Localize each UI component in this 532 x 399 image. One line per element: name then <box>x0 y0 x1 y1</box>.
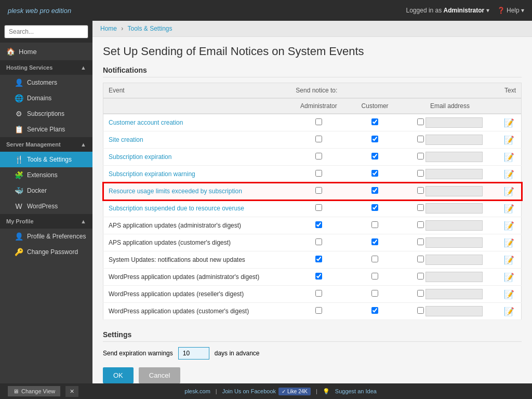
admin-checkbox[interactable] <box>315 221 322 228</box>
customer-checkbox[interactable] <box>371 238 378 245</box>
suggest-idea-link[interactable]: Suggest an Idea <box>335 388 377 394</box>
edit-text-icon[interactable]: 📝 <box>504 221 514 231</box>
plesk-com-link[interactable]: plesk.com <box>184 388 210 394</box>
sidebar: 🏠 Home Hosting Services ▲ 👤 Customers 🌐 … <box>0 21 92 383</box>
email-input[interactable] <box>425 255 483 265</box>
event-link[interactable]: Customer account creation <box>109 119 183 126</box>
edit-text-icon[interactable]: 📝 <box>504 187 514 196</box>
email-checkbox[interactable] <box>417 290 424 297</box>
edit-text-icon[interactable]: 📝 <box>504 169 514 179</box>
email-input[interactable] <box>425 203 483 214</box>
admin-checkbox[interactable] <box>315 290 322 297</box>
customer-checkbox[interactable] <box>371 153 378 159</box>
email-checkbox[interactable] <box>417 118 424 125</box>
email-input[interactable] <box>425 306 483 316</box>
customer-checkbox[interactable] <box>371 273 378 280</box>
sidebar-item-home[interactable]: 🏠 Home <box>0 43 92 60</box>
sidebar-item-domains[interactable]: 🌐 Domains <box>0 90 92 106</box>
email-checkbox[interactable] <box>417 273 424 280</box>
customer-checkbox[interactable] <box>371 204 378 211</box>
customer-checkbox[interactable] <box>371 290 378 297</box>
email-checkbox[interactable] <box>417 136 424 142</box>
join-facebook-link[interactable]: Join Us on Facebook <box>222 388 276 394</box>
email-input[interactable] <box>425 289 483 299</box>
email-input[interactable] <box>425 152 483 162</box>
sidebar-item-service-plans[interactable]: 📋 Service Plans <box>0 122 92 137</box>
email-checkbox[interactable] <box>417 307 424 314</box>
email-input[interactable] <box>425 169 483 179</box>
admin-checkbox[interactable] <box>315 153 322 159</box>
text-icon-cell: 📝 <box>497 114 521 131</box>
email-checkbox[interactable] <box>417 187 424 194</box>
sidebar-item-profile-preferences[interactable]: 👤 Profile & Preferences <box>0 229 92 244</box>
checkmark-icon: ✓ <box>282 389 286 394</box>
edit-text-icon[interactable]: 📝 <box>504 135 514 145</box>
admin-checkbox[interactable] <box>315 273 322 280</box>
email-checkbox[interactable] <box>417 256 424 262</box>
header-right: Logged in as Administrator ▾ ❓ Help ▾ <box>406 7 524 14</box>
edit-text-icon[interactable]: 📝 <box>504 238 514 248</box>
admin-checkbox[interactable] <box>315 187 322 194</box>
breadcrumb-tools[interactable]: Tools & Settings <box>127 25 172 32</box>
extensions-label: Extensions <box>27 171 58 179</box>
edit-text-icon[interactable]: 📝 <box>504 272 514 282</box>
email-input[interactable] <box>425 237 483 248</box>
email-input[interactable] <box>425 272 483 282</box>
sidebar-item-subscriptions[interactable]: ⚙ Subscriptions <box>0 106 92 122</box>
cancel-button[interactable]: Cancel <box>139 367 180 383</box>
edit-text-icon[interactable]: 📝 <box>504 307 514 316</box>
edit-text-icon[interactable]: 📝 <box>504 152 514 162</box>
customer-checkbox[interactable] <box>371 118 378 125</box>
event-link[interactable]: Subscription expiration <box>109 153 171 161</box>
email-checkbox[interactable] <box>417 153 424 159</box>
breadcrumb-home[interactable]: Home <box>100 25 117 32</box>
admin-checkbox[interactable] <box>315 118 322 125</box>
email-input[interactable] <box>425 220 483 231</box>
ok-button[interactable]: OK <box>103 367 134 383</box>
edit-text-icon[interactable]: 📝 <box>504 255 514 265</box>
customer-checkbox[interactable] <box>371 221 378 228</box>
edit-text-icon[interactable]: 📝 <box>504 204 514 214</box>
event-cell: Subscription expiration warning <box>103 166 291 183</box>
event-link[interactable]: Subscription expiration warning <box>109 170 195 178</box>
admin-checkbox[interactable] <box>315 136 322 142</box>
domains-label: Domains <box>27 95 51 102</box>
table-row: Site creation 📝 <box>103 131 522 149</box>
wordpress-label: WordPress <box>27 203 58 210</box>
hosting-services-section: Hosting Services ▲ <box>0 60 92 75</box>
change-view-button[interactable]: 🖥 Change View <box>8 386 60 396</box>
email-checkbox[interactable] <box>417 238 424 245</box>
admin-checkbox[interactable] <box>315 256 322 262</box>
sidebar-item-customers[interactable]: 👤 Customers <box>0 75 92 90</box>
email-input[interactable] <box>425 117 483 128</box>
sidebar-item-extensions[interactable]: 🧩 Extensions <box>0 167 92 183</box>
sidebar-item-docker[interactable]: 🐳 Docker <box>0 183 92 198</box>
email-checkbox[interactable] <box>417 204 424 211</box>
email-input[interactable] <box>425 135 483 145</box>
admin-checkbox[interactable] <box>315 170 322 177</box>
sidebar-item-tools-settings[interactable]: 🍴 Tools & Settings <box>0 152 92 167</box>
customer-checkbox[interactable] <box>371 187 378 194</box>
event-link[interactable]: Subscription suspended due to resource o… <box>109 205 244 212</box>
email-input[interactable] <box>425 186 483 196</box>
customer-checkbox[interactable] <box>371 170 378 177</box>
fb-like-button[interactable]: ✓ Like 24K <box>278 388 311 395</box>
sidebar-item-wordpress[interactable]: W WordPress <box>0 198 92 214</box>
sidebar-item-change-password[interactable]: 🔑 Change Password <box>0 244 92 260</box>
email-checkbox[interactable] <box>417 221 424 228</box>
email-checkbox[interactable] <box>417 170 424 177</box>
event-link[interactable]: Site creation <box>109 136 143 143</box>
admin-checkbox[interactable] <box>315 204 322 211</box>
search-input[interactable] <box>4 25 88 38</box>
days-input[interactable] <box>178 347 209 360</box>
admin-checkbox[interactable] <box>315 307 322 314</box>
edit-text-icon[interactable]: 📝 <box>504 289 514 299</box>
close-button[interactable]: ✕ <box>65 386 78 397</box>
customer-checkbox[interactable] <box>371 256 378 262</box>
admin-checkbox[interactable] <box>315 238 322 245</box>
customer-checkbox[interactable] <box>371 307 378 314</box>
edit-text-icon[interactable]: 📝 <box>504 118 514 128</box>
help-link[interactable]: ❓ Help ▾ <box>497 7 524 14</box>
customer-checkbox[interactable] <box>371 136 378 142</box>
event-link[interactable]: Resource usage limits exceeded by subscr… <box>109 188 242 195</box>
